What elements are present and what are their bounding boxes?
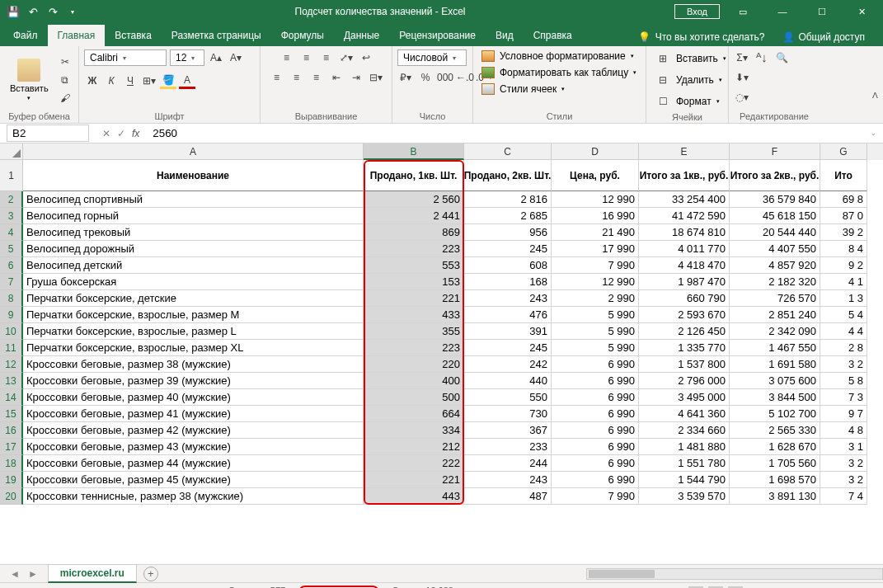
cell[interactable]: Кроссовки беговые, размер 42 (мужские) [23,422,364,439]
cell[interactable]: Кроссовки теннисные, размер 38 (мужские) [23,488,364,505]
row-header[interactable]: 13 [0,373,23,389]
cell[interactable]: 956 [464,224,552,241]
cell[interactable]: 3 1 [820,439,867,455]
cell[interactable]: 1 628 670 [730,439,820,455]
cell[interactable]: Кроссовки беговые, размер 40 (мужские) [23,389,364,406]
cell[interactable]: 1 987 470 [639,274,730,290]
cell[interactable]: 5 102 700 [730,406,820,422]
header-cell[interactable]: Наименование [23,160,364,191]
cell[interactable]: Велосипед дорожный [23,241,364,257]
save-icon[interactable]: 💾 [5,3,21,20]
tab-home[interactable]: Главная [48,25,106,46]
cell[interactable]: 245 [464,340,552,356]
cell[interactable]: 4 1 [820,274,867,290]
cell[interactable]: 4 8 [820,422,867,439]
cell[interactable]: 1 705 560 [730,455,820,472]
cell[interactable]: 869 [364,224,464,241]
cell[interactable]: Кроссовки беговые, размер 43 (мужские) [23,439,364,455]
row-header[interactable]: 7 [0,274,23,290]
cell[interactable]: 1 481 880 [639,439,730,455]
cell[interactable]: 553 [364,257,464,274]
login-button[interactable]: Вход [674,4,720,19]
number-format-combo[interactable]: Числовой [397,49,467,66]
cell[interactable]: 476 [464,307,552,323]
cell[interactable]: 223 [364,241,464,257]
cell[interactable]: 12 990 [552,274,639,290]
cell[interactable]: 400 [364,373,464,389]
cell[interactable]: 223 [364,340,464,356]
fx-icon[interactable]: fx [132,128,139,139]
cell[interactable]: 2 851 240 [730,307,820,323]
align-middle-icon[interactable]: ≡ [298,49,315,66]
cell[interactable]: 3 075 600 [730,373,820,389]
row-header[interactable]: 2 [0,191,23,208]
cell[interactable]: 433 [364,307,464,323]
cell[interactable]: 2 593 670 [639,307,730,323]
cell[interactable]: 2 342 090 [730,323,820,340]
sheet-nav-prev-icon[interactable]: ◄ [10,568,20,580]
format-painter-icon[interactable]: 🖌 [57,90,73,106]
increase-font-icon[interactable]: A▴ [208,49,224,66]
sort-filter-icon[interactable]: ᴬ↓ [754,49,770,66]
cell[interactable]: 443 [364,488,464,505]
tab-formulas[interactable]: Формулы [271,25,334,46]
cell[interactable]: 2 685 [464,208,552,224]
cell[interactable]: 222 [364,455,464,472]
increase-decimal-icon[interactable]: ←.0 [457,69,473,86]
tab-view[interactable]: Вид [486,25,524,46]
cell[interactable]: 16 990 [552,208,639,224]
cell[interactable]: 4 418 470 [639,257,730,274]
cell[interactable]: 6 990 [552,472,639,488]
header-cell[interactable]: Цена, руб. [552,160,639,191]
col-header-e[interactable]: E [639,143,730,160]
find-select-icon[interactable]: 🔍 [773,49,790,66]
row-header[interactable]: 18 [0,455,23,472]
cell[interactable]: 69 8 [820,191,867,208]
cell[interactable]: 45 618 150 [730,208,820,224]
cell[interactable]: 355 [364,323,464,340]
row-header[interactable]: 17 [0,439,23,455]
cell[interactable]: 17 990 [552,241,639,257]
cell[interactable]: Перчатки боксерские, детские [23,290,364,307]
cell[interactable]: 6 990 [552,422,639,439]
cell[interactable]: 233 [464,439,552,455]
cell[interactable]: 5 8 [820,373,867,389]
comma-format-icon[interactable]: 000 [437,69,453,86]
clear-icon[interactable]: ◌▾ [734,89,750,106]
tab-layout[interactable]: Разметка страницы [162,25,271,46]
merge-icon[interactable]: ⊟▾ [368,69,384,86]
cell[interactable]: 5 990 [552,307,639,323]
enter-formula-icon[interactable]: ✓ [117,128,125,139]
tab-help[interactable]: Справка [524,25,582,46]
cell[interactable]: 6 990 [552,356,639,373]
cell[interactable]: 153 [364,274,464,290]
cell[interactable]: 440 [464,373,552,389]
align-center-icon[interactable]: ≡ [289,69,305,86]
row-header[interactable]: 12 [0,356,23,373]
row-header[interactable]: 16 [0,422,23,439]
cell[interactable]: 33 254 400 [639,191,730,208]
cell[interactable]: 2 8 [820,340,867,356]
delete-cells-button[interactable]: ⊟Удалить▾ [651,71,726,89]
header-cell[interactable]: Ито [820,160,867,191]
cell[interactable]: 3 2 [820,472,867,488]
cell[interactable]: 7 990 [552,257,639,274]
cell[interactable]: 20 544 440 [730,224,820,241]
cell[interactable]: 3 495 000 [639,389,730,406]
format-cells-button[interactable]: ☐Формат▾ [651,92,723,111]
cell[interactable]: 2 565 330 [730,422,820,439]
row-header[interactable]: 8 [0,290,23,307]
col-header-g[interactable]: G [820,143,867,160]
cell[interactable]: 2 182 320 [730,274,820,290]
cell[interactable]: 18 674 810 [639,224,730,241]
cell[interactable]: Велосипед спортивный [23,191,364,208]
italic-button[interactable]: К [103,73,120,89]
cell[interactable]: 41 472 590 [639,208,730,224]
cell[interactable]: 5 990 [552,340,639,356]
cell[interactable]: Перчатки боксерские, взрослые, размер XL [23,340,364,356]
cell[interactable]: 1 551 780 [639,455,730,472]
tell-me-search[interactable]: 💡 Что вы хотите сделать? [630,28,773,46]
tab-insert[interactable]: Вставка [105,25,162,46]
cell[interactable]: Кроссовки беговые, размер 45 (мужские) [23,472,364,488]
underline-button[interactable]: Ч [122,73,139,89]
